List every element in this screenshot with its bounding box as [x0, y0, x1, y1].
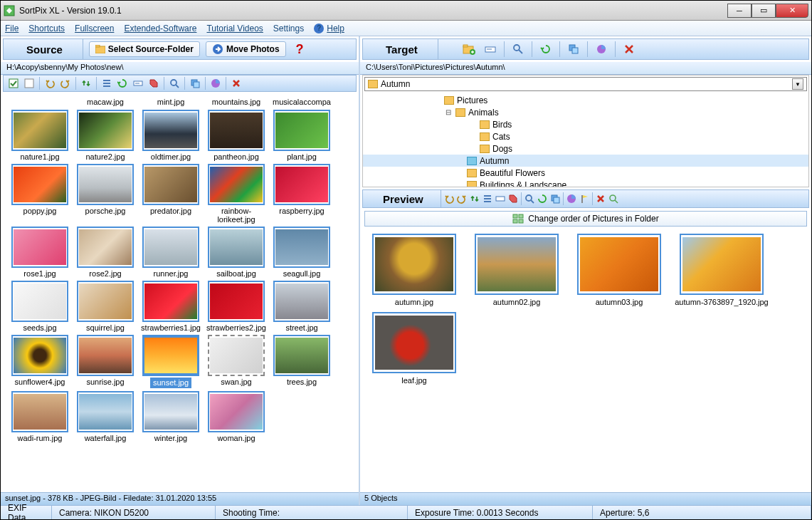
menu-shortcuts[interactable]: Shortcuts	[28, 24, 65, 33]
thumb-item[interactable]: runner.jpg	[140, 227, 201, 278]
preview-flag-icon[interactable]	[579, 194, 589, 204]
source-thumbs-scroll[interactable]: macaw.jpgmint.jpgmountains.jpgmusicalacc…	[1, 93, 359, 492]
preview-thumb-item[interactable]: autumn03.jpg	[571, 234, 668, 306]
preview-sort-icon[interactable]	[470, 194, 480, 204]
check-all-icon[interactable]	[6, 76, 21, 90]
thumb-item[interactable]: rose2.jpg	[75, 227, 136, 278]
rename-icon[interactable]	[131, 76, 145, 90]
thumb-item[interactable]: nature1.jpg	[9, 110, 70, 161]
preview-thumb-item[interactable]: autumn02.jpg	[468, 234, 565, 306]
preview-copy-icon[interactable]	[550, 194, 560, 204]
thumb-item[interactable]: macaw.jpg	[75, 96, 136, 107]
preview-redo-icon[interactable]	[457, 194, 467, 204]
preview-tag-icon[interactable]	[508, 194, 518, 204]
menu-tutorial-videos[interactable]: Tutorial Videos	[206, 24, 263, 33]
thumb-item[interactable]: seagull.jpg	[271, 227, 332, 278]
expander-icon[interactable]: ⊟	[444, 108, 453, 116]
thumb-item[interactable]: porsche.jpg	[75, 164, 136, 224]
folder-combo[interactable]: Autumn ▼	[364, 77, 807, 91]
thumb-item[interactable]: musicalaccompaniment.jpg	[271, 96, 332, 107]
preview-zoom-icon[interactable]	[608, 194, 618, 204]
refresh-icon[interactable]	[115, 76, 130, 90]
tree-row[interactable]: Beautiful Flowers	[363, 167, 808, 179]
thumb-item[interactable]	[9, 96, 70, 107]
preview-rename-icon[interactable]	[495, 194, 505, 204]
dropdown-icon[interactable]: ▼	[792, 78, 803, 90]
list-icon[interactable]	[100, 76, 114, 90]
copy-icon[interactable]	[188, 76, 202, 90]
thumb-item[interactable]: sailboat.jpg	[206, 227, 267, 278]
redo-icon[interactable]	[58, 76, 73, 90]
preview-pie-icon[interactable]	[566, 194, 576, 204]
thumb-item[interactable]: seeds.jpg	[9, 281, 70, 332]
thumb-item[interactable]: mountains.jpg	[206, 96, 267, 107]
help-icon[interactable]: ?	[292, 42, 308, 57]
change-order-button[interactable]: Change order of Pictures in Folder	[364, 211, 807, 227]
thumb-item[interactable]: sunflower4.jpg	[9, 335, 70, 388]
thumb-item[interactable]: trees.jpg	[271, 335, 332, 388]
thumb-item[interactable]: woman.jpg	[206, 391, 267, 442]
thumb-item[interactable]: pantheon.jpg	[206, 110, 267, 161]
thumb-item[interactable]: winter.jpg	[140, 391, 201, 442]
thumb-item[interactable]: mint.jpg	[140, 96, 201, 107]
tree-row[interactable]: Pictures	[363, 94, 808, 106]
thumb-item[interactable]: strawberries2.jpg	[206, 281, 267, 332]
undo-icon[interactable]	[43, 76, 57, 90]
thumb-item[interactable]: wadi-rum.jpg	[9, 391, 70, 442]
preview-thumb-item[interactable]: autumn-3763897_1920.jpg	[673, 234, 770, 306]
move-photos-button[interactable]: Move Photos	[206, 41, 286, 57]
search-icon[interactable]	[167, 76, 181, 90]
preview-thumb-item[interactable]: leaf.jpg	[366, 312, 463, 385]
preview-thumbs-area[interactable]: autumn.jpgautumn02.jpgautumn03.jpgautumn…	[360, 229, 811, 492]
pie-icon[interactable]	[209, 76, 223, 90]
preview-thumb-item[interactable]: autumn.jpg	[366, 234, 463, 306]
select-source-folder-button[interactable]: Select Source-Folder	[89, 41, 200, 57]
tree-row[interactable]: Buildings & Landscape	[363, 179, 808, 187]
preview-undo-icon[interactable]	[444, 194, 454, 204]
menu-help[interactable]: ?Help	[314, 24, 344, 33]
tree-row[interactable]: Cats	[363, 130, 808, 142]
tree-row[interactable]: Birds	[363, 118, 808, 130]
thumb-item[interactable]: sunrise.jpg	[75, 335, 136, 388]
rename-folder-icon[interactable]	[483, 41, 498, 57]
menu-settings[interactable]: Settings	[273, 24, 304, 33]
tree-row[interactable]: Dogs	[363, 142, 808, 155]
tree-row[interactable]: Autumn	[363, 155, 808, 167]
target-search-icon[interactable]	[510, 41, 526, 57]
preview-refresh-icon[interactable]	[537, 194, 547, 204]
target-pie-icon[interactable]	[594, 41, 609, 57]
thumb-item[interactable]: predator.jpg	[140, 164, 201, 224]
thumb-item[interactable]: raspberry.jpg	[271, 164, 332, 224]
menu-file[interactable]: File	[5, 24, 19, 33]
tree-row[interactable]: ⊟Animals	[363, 106, 808, 118]
thumb-item[interactable]: plant.jpg	[271, 110, 332, 161]
close-button[interactable]: ✕	[776, 4, 808, 18]
thumb-item[interactable]: nature2.jpg	[75, 110, 136, 161]
thumb-item[interactable]: strawberries1.jpg	[140, 281, 201, 332]
thumb-item[interactable]: poppy.jpg	[9, 164, 70, 224]
sort-up-icon[interactable]	[79, 76, 93, 90]
maximize-button[interactable]: ▭	[752, 4, 776, 18]
tag-icon[interactable]	[147, 76, 161, 90]
thumb-item[interactable]: street.jpg	[271, 281, 332, 332]
thumb-item[interactable]: squirrel.jpg	[75, 281, 136, 332]
menu-fullscreen[interactable]: Fullscreen	[75, 24, 114, 33]
thumb-item[interactable]: sunset.jpg	[140, 335, 201, 388]
thumb-item[interactable]: waterfall.jpg	[75, 391, 136, 442]
target-copy-icon[interactable]	[566, 41, 581, 57]
delete-icon[interactable]	[229, 76, 243, 90]
new-folder-icon[interactable]	[461, 41, 477, 57]
folder-tree-scroll[interactable]: Pictures⊟AnimalsBirdsCatsDogsAutumnBeaut…	[363, 93, 808, 187]
target-refresh-icon[interactable]	[538, 41, 554, 57]
preview-list-icon[interactable]	[483, 194, 492, 204]
thumb-item[interactable]: swan.jpg	[206, 335, 267, 388]
preview-delete-icon[interactable]	[596, 194, 606, 204]
thumb-item[interactable]: rainbow-lorikeet.jpg	[206, 164, 267, 224]
target-delete-icon[interactable]	[621, 41, 637, 57]
preview-search-icon[interactable]	[524, 194, 534, 204]
thumb-item[interactable]: oldtimer.jpg	[140, 110, 201, 161]
minimize-button[interactable]: ─	[727, 4, 752, 18]
thumb-item[interactable]: rose1.jpg	[9, 227, 70, 278]
uncheck-icon[interactable]	[22, 76, 36, 90]
menu-extended-software[interactable]: Extended-Software	[124, 24, 196, 33]
